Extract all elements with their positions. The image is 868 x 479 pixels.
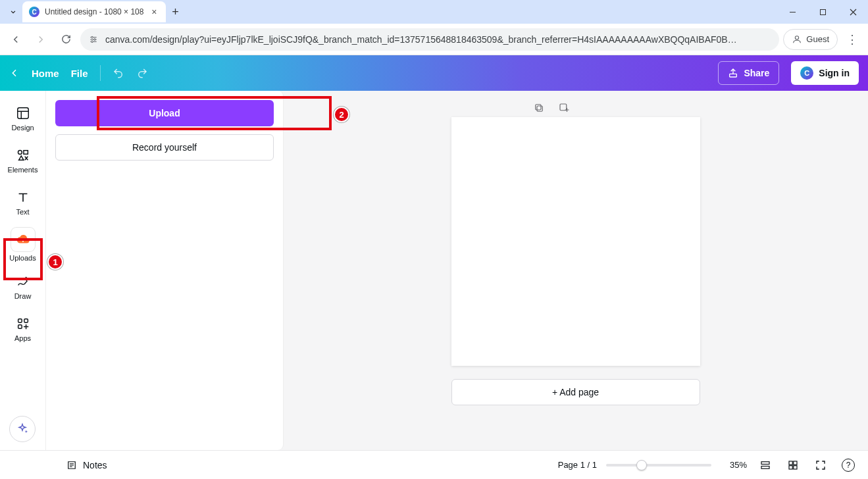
svg-point-4 — [796, 36, 799, 39]
redo-button[interactable] — [136, 67, 148, 79]
undo-button[interactable] — [113, 67, 124, 79]
browser-back-button[interactable] — [5, 29, 26, 50]
shapes-icon — [15, 147, 31, 163]
svg-rect-13 — [536, 105, 541, 110]
svg-rect-12 — [537, 106, 542, 111]
svg-rect-6 — [17, 108, 28, 119]
share-label: Share — [744, 68, 769, 78]
canvas-page-toolbar — [530, 99, 573, 117]
svg-point-3 — [91, 41, 93, 43]
rail-label: Design — [11, 124, 34, 132]
uploads-panel: Upload Record yourself 2 — [46, 91, 283, 450]
canva-favicon-icon: C — [29, 7, 39, 17]
rail-item-text[interactable]: Text — [4, 183, 42, 222]
url-text: canva.com/design/play?ui=eyJFljp7lkE_ljo… — [105, 34, 771, 45]
svg-rect-18 — [794, 461, 797, 465]
header-back-icon[interactable] — [9, 68, 20, 78]
add-page-button[interactable]: + Add page — [451, 379, 700, 405]
rail-label: Apps — [14, 334, 31, 342]
design-page[interactable] — [451, 117, 700, 366]
rail-item-design[interactable]: Design — [4, 99, 42, 138]
browser-reload-button[interactable] — [55, 29, 76, 50]
record-yourself-button[interactable]: Record yourself — [55, 134, 274, 161]
svg-rect-20 — [794, 465, 797, 468]
guest-label: Guest — [806, 34, 829, 44]
svg-rect-5 — [730, 74, 737, 77]
share-button[interactable]: Share — [718, 61, 779, 85]
page-indicator[interactable]: Page 1 / 1 — [558, 460, 597, 470]
draw-icon — [15, 274, 31, 290]
annotation-badge-2: 2 — [334, 107, 349, 122]
svg-rect-8 — [23, 151, 27, 155]
window-minimize-button[interactable] — [777, 0, 807, 24]
svg-rect-17 — [789, 461, 792, 465]
notes-label: Notes — [83, 460, 107, 470]
new-tab-button[interactable]: + — [166, 3, 184, 21]
svg-rect-11 — [18, 325, 22, 329]
window-controls — [777, 0, 868, 24]
help-button[interactable]: ? — [839, 456, 857, 474]
header-divider — [100, 65, 101, 81]
app-header: Home File Share C Sign in — [0, 55, 868, 91]
rail-item-elements[interactable]: Elements — [4, 141, 42, 180]
rail-item-draw[interactable]: Draw — [4, 267, 42, 307]
zoom-slider[interactable] — [606, 464, 711, 466]
canva-logo-icon: C — [800, 66, 813, 80]
annotation-badge-1: 1 — [47, 254, 63, 270]
signin-label: Sign in — [819, 68, 850, 78]
svg-rect-10 — [24, 319, 28, 323]
svg-rect-14 — [560, 104, 567, 111]
svg-rect-15 — [761, 461, 769, 464]
rail-label: Elements — [8, 166, 38, 174]
upload-icon — [728, 68, 738, 78]
signin-button[interactable]: C Sign in — [791, 61, 859, 85]
canvas-area: + Add page — [283, 91, 868, 450]
profile-guest-chip[interactable]: Guest — [783, 29, 838, 50]
rail-item-uploads[interactable]: Uploads — [4, 225, 42, 265]
browser-forward-button[interactable] — [30, 29, 51, 50]
svg-point-2 — [94, 38, 96, 40]
add-page-above-button[interactable] — [555, 99, 573, 117]
fullscreen-button[interactable] — [811, 456, 830, 474]
svg-rect-19 — [789, 465, 792, 468]
apps-icon — [15, 316, 31, 332]
tab-title: Untitled design - 1080 × 108 — [45, 7, 143, 16]
zoom-slider-thumb[interactable] — [636, 460, 647, 470]
duplicate-page-button[interactable] — [530, 99, 548, 117]
window-close-button[interactable] — [838, 0, 868, 24]
rail-label: Uploads — [9, 254, 36, 262]
svg-point-7 — [18, 150, 22, 154]
left-rail: Design Elements Text Uploads Draw — [0, 91, 46, 450]
window-maximize-button[interactable] — [807, 0, 838, 24]
upload-button[interactable]: Upload — [55, 100, 274, 126]
tab-close-icon[interactable]: × — [149, 7, 159, 17]
app-body: Design Elements Text Uploads Draw — [0, 91, 868, 450]
cloud-upload-icon — [15, 232, 31, 247]
view-list-button[interactable] — [756, 456, 775, 474]
rail-label: Text — [16, 208, 29, 216]
view-grid-button[interactable] — [784, 456, 802, 474]
site-settings-icon[interactable] — [88, 34, 99, 45]
help-icon: ? — [842, 459, 855, 472]
template-icon — [15, 105, 31, 121]
text-icon — [15, 189, 31, 205]
svg-rect-0 — [820, 9, 825, 14]
rail-label: Draw — [14, 292, 32, 300]
browser-menu-button[interactable]: ⋮ — [842, 29, 863, 50]
browser-tab[interactable]: C Untitled design - 1080 × 108 × — [22, 1, 166, 22]
browser-address-bar: canva.com/design/play?ui=eyJFljp7lkE_ljo… — [0, 24, 868, 55]
panel-scrollbar[interactable] — [275, 157, 282, 442]
notes-icon — [66, 459, 78, 471]
ai-assistant-button[interactable] — [9, 416, 36, 442]
zoom-percent[interactable]: 35% — [721, 460, 747, 470]
notes-button[interactable]: Notes — [66, 459, 107, 471]
home-link[interactable]: Home — [32, 68, 59, 79]
tab-list-dropdown[interactable] — [4, 3, 22, 21]
svg-point-1 — [91, 36, 93, 38]
bottom-bar: Notes Page 1 / 1 35% ? — [0, 450, 868, 479]
rail-item-apps[interactable]: Apps — [4, 309, 42, 349]
svg-rect-16 — [761, 466, 769, 468]
browser-tab-strip: C Untitled design - 1080 × 108 × + — [0, 0, 868, 24]
file-menu[interactable]: File — [71, 68, 88, 79]
url-input[interactable]: canva.com/design/play?ui=eyJFljp7lkE_ljo… — [80, 28, 779, 51]
